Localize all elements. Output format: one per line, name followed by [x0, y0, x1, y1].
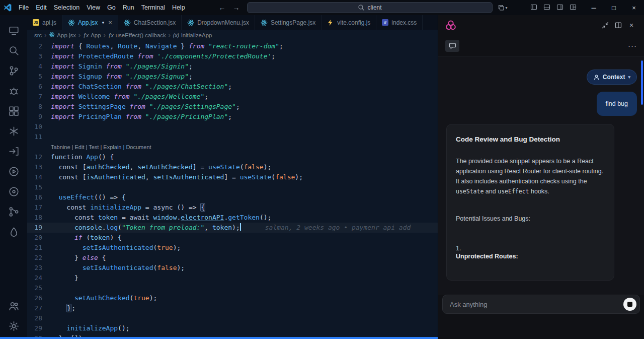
import-icon[interactable] — [3, 141, 25, 161]
line-number[interactable]: 23 — [27, 263, 51, 273]
toggle-secondary-sidebar-icon[interactable] — [556, 4, 564, 12]
source-control-icon[interactable] — [3, 60, 25, 81]
line-number[interactable]: 8 — [27, 102, 51, 112]
code-line[interactable]: 16 useEffect(() => { — [27, 192, 438, 202]
run-icon[interactable] — [3, 161, 25, 181]
scrollbar-thumb[interactable] — [641, 60, 643, 105]
line-number[interactable]: 27 — [27, 303, 51, 313]
tab-settingspage.jsx[interactable]: SettingsPage.jsx — [255, 15, 321, 30]
code-line[interactable]: 11 — [27, 132, 438, 142]
code-line[interactable]: 14 const [isAuthenticated, setIsAuthenti… — [27, 172, 438, 182]
code-line[interactable]: 19 console.log("Token from preload:", to… — [27, 223, 438, 233]
maximize-button[interactable]: □ — [604, 0, 624, 15]
tab-chatsection.jsx[interactable]: ChatSection.jsx — [118, 15, 182, 30]
settings-gear-icon[interactable] — [3, 316, 25, 336]
forward-icon[interactable]: → — [233, 4, 240, 12]
line-number[interactable]: 3 — [27, 51, 51, 61]
menu-help[interactable]: Help — [169, 0, 189, 15]
extensions-icon[interactable] — [3, 101, 25, 121]
code-line[interactable]: 24 } — [27, 273, 438, 283]
close-panel-icon[interactable]: × — [625, 19, 638, 31]
code-line[interactable]: 27 }; — [27, 303, 438, 313]
breadcrumb-item[interactable]: ƒxApp — [83, 32, 101, 38]
remote-window-icon[interactable] — [3, 20, 25, 40]
tab-app.jsx[interactable]: App.jsx●× — [62, 15, 118, 30]
breadcrumb-item[interactable]: src — [34, 32, 42, 38]
line-number[interactable]: 11 — [27, 132, 51, 142]
code-line[interactable]: 29 initializeApp(); — [27, 323, 438, 333]
line-number[interactable] — [27, 142, 51, 152]
line-number[interactable]: 15 — [27, 182, 51, 192]
line-number[interactable]: 16 — [27, 192, 51, 202]
asterisk-icon[interactable] — [3, 121, 25, 141]
tab-api.js[interactable]: JSapi.js — [27, 15, 62, 30]
menu-go[interactable]: Go — [104, 0, 119, 15]
tab-index.css[interactable]: #index.css — [376, 15, 423, 30]
line-number[interactable]: 29 — [27, 323, 51, 333]
breadcrumb-item[interactable]: App.jsx — [49, 32, 76, 39]
code-line[interactable]: 12function App() { — [27, 152, 438, 162]
close-button[interactable]: × — [624, 0, 644, 15]
code-line[interactable]: 13 const [authChecked, setAuthChecked] =… — [27, 162, 438, 172]
line-number[interactable]: 7 — [27, 92, 51, 102]
line-number[interactable]: 4 — [27, 61, 51, 72]
menu-edit[interactable]: Edit — [32, 0, 50, 15]
line-number[interactable]: 20 — [27, 233, 51, 243]
line-number[interactable]: 28 — [27, 313, 51, 323]
line-number[interactable]: 19 — [27, 223, 51, 233]
ask-anything-input[interactable] — [450, 301, 623, 308]
line-number[interactable]: 9 — [27, 112, 51, 122]
code-line[interactable]: 18 const token = await window.electronAP… — [27, 213, 438, 223]
code-line[interactable]: 2import { Routes, Route, Navigate } from… — [27, 41, 438, 51]
line-number[interactable]: 21 — [27, 243, 51, 253]
code-line[interactable]: 7import Wellcome from "./pages/Wellcome"… — [27, 92, 438, 102]
line-number[interactable]: 14 — [27, 172, 51, 182]
code-lens-actions[interactable]: Tabnine | Edit | Test | Explain | Docume… — [51, 142, 151, 152]
line-number[interactable]: 10 — [27, 122, 51, 132]
code-line[interactable]: 15 — [27, 182, 438, 192]
code-line[interactable]: 8import SettingsPage from "./pages/Setti… — [27, 102, 438, 112]
titlebar-search[interactable]: client — [247, 2, 493, 13]
code-line[interactable]: 20 if (token) { — [27, 233, 438, 243]
line-number[interactable]: 17 — [27, 202, 51, 213]
line-number[interactable]: 13 — [27, 162, 51, 172]
minimize-button[interactable]: ─ — [584, 0, 604, 15]
back-icon[interactable]: ← — [219, 4, 226, 12]
code-line[interactable]: 28 — [27, 313, 438, 323]
code-line[interactable]: 9import PricingPlan from "./pages/Pricin… — [27, 112, 438, 122]
droplet-icon[interactable] — [3, 222, 25, 242]
split-editor-icon[interactable] — [612, 19, 625, 31]
menu-view[interactable]: View — [83, 0, 104, 15]
accounts-icon[interactable] — [3, 296, 25, 316]
breadcrumb[interactable]: src›App.jsx›ƒxApp›ƒxuseEffect() callback… — [27, 30, 438, 40]
context-button[interactable]: Context ▾ — [587, 70, 637, 85]
line-number[interactable]: 6 — [27, 82, 51, 92]
code-editor[interactable]: 2import { Routes, Route, Navigate } from… — [27, 40, 438, 339]
code-line[interactable]: 6import ChatSection from "./pages/ChatSe… — [27, 82, 438, 92]
line-number[interactable]: 25 — [27, 283, 51, 293]
code-line[interactable]: 10 — [27, 122, 438, 132]
code-lens-row[interactable]: Tabnine | Edit | Test | Explain | Docume… — [27, 142, 438, 152]
menu-terminal[interactable]: Terminal — [138, 0, 169, 15]
code-line[interactable]: 17 const initializeApp = async () => { — [27, 202, 438, 213]
line-number[interactable]: 12 — [27, 152, 51, 162]
code-line[interactable]: 4import Signin from "./pages/Signin"; — [27, 61, 438, 72]
line-number[interactable]: 2 — [27, 41, 51, 51]
stop-button[interactable] — [623, 298, 636, 311]
more-options-icon[interactable]: ··· — [628, 41, 637, 50]
breadcrumb-item[interactable]: (x)initializeApp — [173, 32, 212, 38]
search-icon[interactable] — [3, 40, 25, 60]
line-number[interactable]: 26 — [27, 293, 51, 303]
record-icon[interactable] — [3, 181, 25, 201]
clone-dropdown-icon[interactable]: ▾ — [498, 4, 508, 11]
menu-run[interactable]: Run — [119, 0, 138, 15]
menu-file[interactable]: File — [15, 0, 32, 15]
git-graph-icon[interactable] — [3, 201, 25, 222]
toggle-primary-sidebar-icon[interactable] — [530, 4, 537, 12]
menu-selection[interactable]: Selection — [50, 0, 83, 15]
code-line[interactable]: 22 } else { — [27, 253, 438, 263]
breadcrumb-item[interactable]: ƒxuseEffect() callback — [108, 32, 166, 38]
line-number[interactable]: 22 — [27, 253, 51, 263]
line-number[interactable]: 18 — [27, 213, 51, 223]
line-number[interactable]: 5 — [27, 72, 51, 82]
